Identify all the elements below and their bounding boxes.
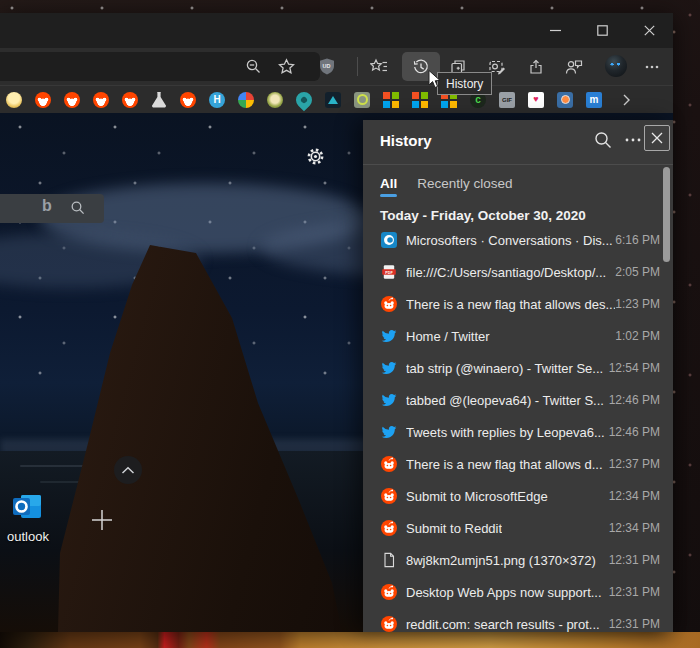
reddit-favicon[interactable] xyxy=(64,92,80,108)
pin-favicon[interactable] xyxy=(293,88,316,111)
panel-search-icon[interactable] xyxy=(593,130,613,150)
ms-squares-favicon[interactable] xyxy=(383,92,399,108)
reddit-favicon[interactable] xyxy=(180,92,196,108)
add-shortcut-plus-icon[interactable] xyxy=(90,508,114,532)
outlook-shortcut-label: outlook xyxy=(0,529,56,544)
feedback-icon[interactable] xyxy=(564,57,583,76)
maximize-button[interactable] xyxy=(579,13,626,48)
mountain-favicon[interactable] xyxy=(325,92,341,108)
history-item[interactable]: Tweets with replies by Leopeva6...12:46 … xyxy=(363,416,673,448)
badge-favicon[interactable] xyxy=(267,92,283,108)
shield-extension-icon[interactable]: UD xyxy=(317,57,336,76)
twitter-favicon xyxy=(381,392,397,408)
reddit-favicon xyxy=(381,296,397,312)
reddit-favicon[interactable] xyxy=(93,92,109,108)
history-item-time: 12:31 PM xyxy=(609,553,660,567)
history-item-title: Submit to Reddit xyxy=(406,521,502,536)
search-icon[interactable] xyxy=(70,200,86,220)
history-item-title: file:///C:/Users/santiago/Desktop/... xyxy=(406,265,606,280)
history-item-time: 12:46 PM xyxy=(609,425,660,439)
history-item-time: 12:37 PM xyxy=(609,457,660,471)
history-item-title: Tweets with replies by Leopeva6... xyxy=(406,425,605,440)
reddit-favicon[interactable] xyxy=(122,92,138,108)
history-item[interactable]: Home / Twitter1:02 PM xyxy=(363,320,673,352)
twitter-favicon xyxy=(381,424,397,440)
history-item[interactable]: Desktop Web Apps now support...12:31 PM xyxy=(363,576,673,608)
history-item[interactable]: tabbed @(leopeva64) - Twitter S...12:46 … xyxy=(363,384,673,416)
history-item-time: 1:02 PM xyxy=(615,329,660,343)
heart-favicon[interactable] xyxy=(528,92,544,108)
history-list: Microsofters · Conversations · Dis...6:1… xyxy=(363,224,673,640)
gphotos-favicon[interactable] xyxy=(238,92,254,108)
history-item[interactable]: There is a new flag that allows des...1:… xyxy=(363,288,673,320)
page-settings-gear-icon[interactable] xyxy=(306,147,325,166)
toolbar: UD xyxy=(0,48,673,85)
window-controls xyxy=(532,13,673,48)
bing-icon: b xyxy=(42,197,52,215)
more-menu-icon[interactable] xyxy=(642,57,661,76)
favorites-overflow-chevron-icon[interactable] xyxy=(618,92,634,108)
gif-favicon[interactable]: GIF xyxy=(499,92,515,108)
history-item-title: reddit.com: search results - prot... xyxy=(406,617,600,632)
panel-more-icon[interactable] xyxy=(623,130,643,150)
discourse-favicon xyxy=(381,232,397,248)
add-favorite-star-icon[interactable] xyxy=(277,57,296,76)
history-item[interactable]: Submit to MicrosoftEdge12:34 PM xyxy=(363,480,673,512)
favorites-bar-star-icon[interactable] xyxy=(369,57,388,76)
panel-close-button[interactable] xyxy=(644,125,670,151)
habr-favicon[interactable]: H xyxy=(209,92,225,108)
mouse-cursor xyxy=(428,70,444,94)
history-item-time: 12:34 PM xyxy=(609,521,660,535)
docapp-favicon[interactable] xyxy=(354,92,370,108)
history-item[interactable]: Microsofters · Conversations · Dis...6:1… xyxy=(363,224,673,256)
history-tabs: AllRecently closed xyxy=(380,170,513,202)
zoom-out-icon[interactable] xyxy=(244,57,263,76)
history-item-title: Microsofters · Conversations · Dis... xyxy=(406,233,613,248)
address-bar[interactable] xyxy=(0,52,320,81)
history-item-title: tabbed @(leopeva64) - Twitter S... xyxy=(406,393,604,408)
share-icon[interactable] xyxy=(526,57,545,76)
history-item-time: 12:54 PM xyxy=(609,361,660,375)
history-item[interactable]: 8wj8km2umjn51.png (1370×372)12:31 PM xyxy=(363,544,673,576)
close-button[interactable] xyxy=(626,13,673,48)
mail-favicon[interactable]: m xyxy=(586,92,602,108)
tab-recently-closed[interactable]: Recently closed xyxy=(417,176,512,197)
history-item-time: 12:31 PM xyxy=(609,585,660,599)
history-item[interactable]: PDFfile:///C:/Users/santiago/Desktop/...… xyxy=(363,256,673,288)
camera-favicon[interactable] xyxy=(557,92,573,108)
flask-favicon[interactable] xyxy=(151,92,167,108)
profile-avatar[interactable] xyxy=(605,55,627,77)
ms-squares-favicon[interactable] xyxy=(412,92,428,108)
twitter-favicon xyxy=(381,328,397,344)
history-item-title: Submit to MicrosoftEdge xyxy=(406,489,548,504)
reddit-favicon[interactable] xyxy=(35,92,51,108)
minimize-button[interactable] xyxy=(532,13,579,48)
history-item[interactable]: There is a new flag that allows d...12:3… xyxy=(363,448,673,480)
browser-window: UD xyxy=(0,13,673,632)
history-item-title: There is a new flag that allows des... xyxy=(406,297,615,312)
history-item-time: 12:31 PM xyxy=(609,617,660,631)
history-item-time: 12:46 PM xyxy=(609,393,660,407)
outlook-shortcut-icon[interactable] xyxy=(12,491,42,521)
toolbar-separator xyxy=(357,57,358,76)
svg-text:PDF: PDF xyxy=(385,271,393,275)
reddit-favicon xyxy=(381,584,397,600)
history-item[interactable]: reddit.com: search results - prot...12:3… xyxy=(363,608,673,640)
collapse-chevron-icon[interactable] xyxy=(114,456,142,484)
tab-all[interactable]: All xyxy=(380,176,397,197)
reddit-favicon xyxy=(381,488,397,504)
history-item-time: 2:05 PM xyxy=(615,265,660,279)
lightbulb-favicon[interactable] xyxy=(6,92,22,108)
history-item-title: Desktop Web Apps now support... xyxy=(406,585,602,600)
history-panel: History AllRecently closed Today - Frida… xyxy=(363,120,673,632)
history-item[interactable]: Submit to Reddit12:34 PM xyxy=(363,512,673,544)
pdf-favicon: PDF xyxy=(381,264,397,280)
history-date-header: Today - Friday, October 30, 2020 xyxy=(380,208,586,223)
panel-divider xyxy=(363,164,673,165)
desktop: UD xyxy=(0,0,700,648)
search-box[interactable]: b xyxy=(0,194,104,223)
title-bar xyxy=(0,13,673,48)
shield-label: UD xyxy=(317,63,336,69)
history-item-title: There is a new flag that allows d... xyxy=(406,457,603,472)
history-item[interactable]: tab strip (@winaero) - Twitter Se...12:5… xyxy=(363,352,673,384)
